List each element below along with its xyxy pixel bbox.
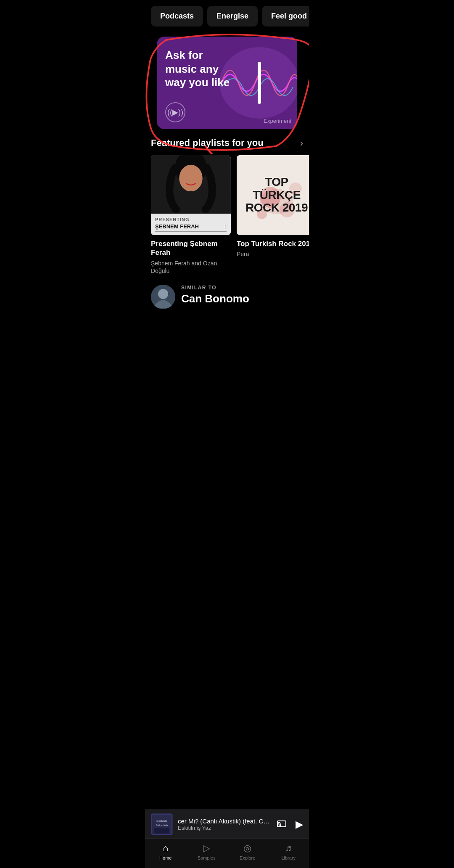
turkish-rock-art-text: TOP TÜRKÇE ROCK 2019 xyxy=(237,172,309,219)
playlist-sub-sebnem: Şebnem Ferah and Ozan Doğulu xyxy=(151,259,231,275)
hero-text: Ask for music any way you like xyxy=(165,48,233,90)
sebnem-label-area: PRESENTING ŞEBNEM FERAH ↑ xyxy=(151,214,231,235)
svg-point-14 xyxy=(158,289,168,299)
hero-voice-button[interactable]: ((▶)) xyxy=(165,102,185,122)
similar-avatar xyxy=(151,285,175,309)
category-podcasts[interactable]: Podcasts xyxy=(151,6,203,26)
voice-icon: ((▶)) xyxy=(167,108,183,117)
featured-arrow[interactable]: › xyxy=(300,138,303,148)
playlist-card-sebnem[interactable]: ⊙ xyxy=(151,155,231,275)
similar-section: SIMILAR TO Can Bonomo xyxy=(145,275,309,315)
playlist-art-turkish-rock: ▶ TOP TÜRKÇE ROCK 2019 xyxy=(237,155,309,235)
similar-text: SIMILAR TO Can Bonomo xyxy=(181,285,249,305)
similar-avatar-svg xyxy=(151,285,175,309)
playlist-sub-turkish-rock: Pera xyxy=(237,250,309,258)
playlist-name-sebnem: Presenting Şebnem Ferah xyxy=(151,239,231,257)
similar-label: SIMILAR TO xyxy=(181,285,249,291)
playlist-card-turkish-rock[interactable]: ▶ TOP TÜRKÇE ROCK 2019 Top Turkish Rock … xyxy=(237,155,309,275)
featured-title: Featured playlists for you xyxy=(151,138,264,148)
artist-name: ŞEBNEM FERAH ↑ xyxy=(155,223,227,232)
hero-banner[interactable]: Ask for music any way you like ((▶)) Exp… xyxy=(157,37,297,129)
hero-wrapper: Ask for music any way you like ((▶)) Exp… xyxy=(151,37,303,129)
category-feelgood[interactable]: Feel good xyxy=(262,6,309,26)
similar-row: SIMILAR TO Can Bonomo xyxy=(151,285,303,309)
svg-rect-1 xyxy=(258,62,261,104)
svg-point-4 xyxy=(179,165,203,192)
category-energise[interactable]: Energise xyxy=(207,6,258,26)
sebnem-figure-svg xyxy=(151,155,231,214)
playlist-name-turkish-rock: Top Turkish Rock 2019 xyxy=(237,239,309,248)
playlist-art-sebnem: ⊙ xyxy=(151,155,231,235)
featured-section-header: Featured playlists for you › xyxy=(145,138,309,155)
sebnem-photo xyxy=(151,155,231,214)
playlist-row: ⊙ xyxy=(145,155,309,275)
category-bar: Podcasts Energise Feel good Work xyxy=(145,0,309,32)
experiment-label: Experiment xyxy=(264,118,291,124)
similar-name: Can Bonomo xyxy=(181,292,249,305)
presenting-text: PRESENTING xyxy=(155,217,227,222)
